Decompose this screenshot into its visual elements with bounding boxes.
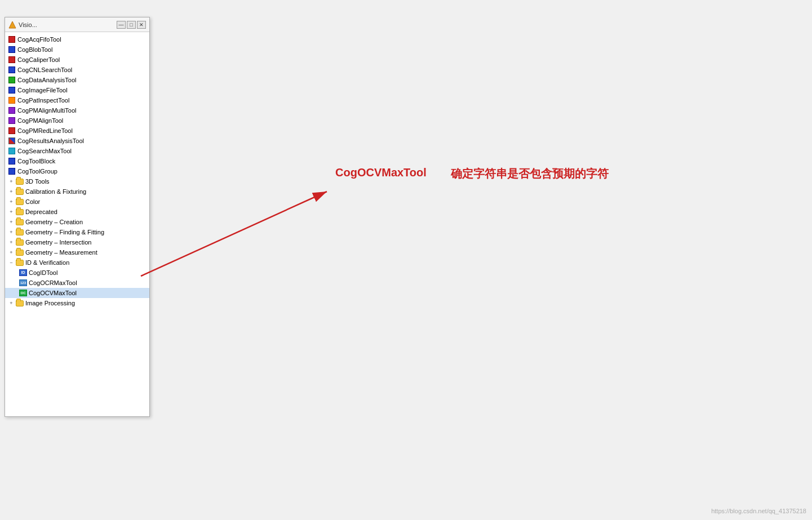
svg-marker-0: [9, 21, 16, 28]
minimize-button[interactable]: —: [117, 21, 126, 29]
list-item[interactable]: CogToolBlock: [5, 156, 149, 166]
expand-icon: +: [7, 208, 15, 216]
tool-icon: [7, 106, 16, 114]
item-label: CogCaliperTool: [17, 55, 60, 64]
folder-icon: [15, 259, 24, 266]
category-label: Image Processing: [25, 299, 75, 308]
main-window: Visio... — □ ✕ CogAcqFifoTool CogBlobToo…: [5, 17, 150, 417]
category-label: Geometry – Creation: [25, 217, 83, 226]
list-item[interactable]: CogPMAlignTool: [5, 115, 149, 126]
item-label: CogToolBlock: [17, 157, 55, 166]
list-item[interactable]: 123 CogOCRMaxTool: [5, 278, 149, 288]
folder-icon: [15, 299, 24, 307]
item-label: CogPMAlignTool: [17, 116, 63, 125]
list-item[interactable]: CogSearchMaxTool: [5, 146, 149, 156]
item-label: CogIDTool: [29, 268, 57, 277]
category-label: 3D Tools: [25, 177, 50, 186]
item-label: CogAcqFifoTool: [17, 35, 61, 44]
folder-icon: [15, 188, 24, 195]
category-id-verification[interactable]: − ID & Verification: [5, 257, 149, 268]
list-item[interactable]: CogToolGroup: [5, 166, 149, 176]
expand-icon: +: [7, 238, 15, 246]
item-label: CogSearchMaxTool: [17, 146, 72, 155]
item-label: CogToolGroup: [17, 167, 57, 176]
tool-icon: [7, 96, 16, 104]
tool-icon: [7, 167, 16, 175]
category-label: Color: [25, 197, 40, 206]
close-button[interactable]: ✕: [137, 21, 146, 29]
list-item[interactable]: CogPatInspectTool: [5, 95, 149, 105]
item-label: CogPMAlignMultiTool: [17, 106, 77, 115]
item-label: CogOCVMaxTool: [29, 288, 77, 297]
tool-icon: [7, 56, 16, 64]
category-image-processing[interactable]: + Image Processing: [5, 298, 149, 308]
tool-icon: [7, 46, 16, 54]
category-label: Geometry – Measurement: [25, 248, 97, 257]
tool-tree[interactable]: CogAcqFifoTool CogBlobTool CogCaliperToo…: [5, 32, 149, 416]
svg-line-2: [141, 192, 327, 276]
expand-icon: −: [7, 259, 15, 266]
category-color[interactable]: + Color: [5, 197, 149, 207]
tool-icon: [7, 66, 16, 74]
tool-icon: [7, 127, 16, 135]
tool-icon: 123: [19, 279, 28, 287]
list-item[interactable]: CogBlobTool: [5, 45, 149, 55]
expand-icon: +: [7, 248, 15, 256]
expand-icon: +: [7, 188, 15, 195]
title-bar: Visio... — □ ✕: [5, 17, 149, 32]
list-item[interactable]: CogPMRedLineTool: [5, 126, 149, 136]
category-3dtools[interactable]: + 3D Tools: [5, 176, 149, 186]
list-item[interactable]: CogAcqFifoTool: [5, 34, 149, 45]
folder-icon: [15, 177, 24, 185]
tool-icon: ID: [19, 269, 28, 277]
category-label: Geometry – Finding & Fitting: [25, 228, 104, 237]
list-item-cogocvmax[interactable]: OC CogOCVMaxTool: [5, 288, 149, 298]
expand-icon: +: [7, 228, 15, 236]
category-label: Deprecated: [25, 207, 57, 216]
category-calibration[interactable]: + Calibration & Fixturing: [5, 186, 149, 197]
annotation-tool-name: CogOCVMaxTool: [335, 166, 427, 179]
annotation-description: 确定字符串是否包含预期的字符: [451, 166, 609, 181]
tool-icon: [7, 157, 16, 165]
category-geo-measurement[interactable]: + Geometry – Measurement: [5, 247, 149, 257]
category-label: ID & Verification: [25, 258, 69, 267]
app-icon: [8, 21, 16, 29]
tool-icon: [7, 147, 16, 155]
category-geo-creation[interactable]: + Geometry – Creation: [5, 217, 149, 227]
item-label: CogBlobTool: [17, 45, 52, 54]
folder-icon: [15, 238, 24, 246]
folder-icon: [15, 228, 24, 236]
category-geo-finding[interactable]: + Geometry – Finding & Fitting: [5, 227, 149, 237]
tool-icon: [7, 86, 16, 94]
category-label: Geometry – Intersection: [25, 238, 91, 247]
item-label: CogPMRedLineTool: [17, 126, 73, 135]
list-item[interactable]: CogPMAlignMultiTool: [5, 105, 149, 115]
expand-icon: +: [7, 218, 15, 226]
item-label: CogDataAnalysisTool: [17, 75, 77, 85]
list-item[interactable]: CogDataAnalysisTool: [5, 75, 149, 85]
list-item[interactable]: CogResultsAnalysisTool: [5, 136, 149, 146]
folder-icon: [15, 218, 24, 226]
expand-icon: +: [7, 299, 15, 307]
tool-icon: [7, 76, 16, 84]
tool-icon: [7, 117, 16, 125]
category-label: Calibration & Fixturing: [25, 187, 86, 196]
folder-icon: [15, 208, 24, 216]
tool-icon: [7, 137, 16, 145]
item-label: CogCNLSearchTool: [17, 65, 72, 74]
expand-icon: +: [7, 177, 15, 185]
category-geo-intersection[interactable]: + Geometry – Intersection: [5, 237, 149, 247]
window-controls: — □ ✕: [117, 21, 146, 29]
category-deprecated[interactable]: + Deprecated: [5, 207, 149, 217]
list-item[interactable]: CogCNLSearchTool: [5, 65, 149, 75]
watermark: https://blog.csdn.net/qq_41375218: [711, 508, 806, 514]
folder-icon: [15, 198, 24, 206]
list-item[interactable]: CogCaliperTool: [5, 55, 149, 65]
maximize-button[interactable]: □: [127, 21, 136, 29]
window-title: Visio...: [19, 21, 117, 28]
tool-icon: OC: [19, 289, 28, 297]
expand-icon: +: [7, 198, 15, 206]
item-label: CogResultsAnalysisTool: [17, 136, 84, 145]
list-item[interactable]: CogImageFileTool: [5, 85, 149, 95]
list-item[interactable]: ID CogIDTool: [5, 268, 149, 278]
